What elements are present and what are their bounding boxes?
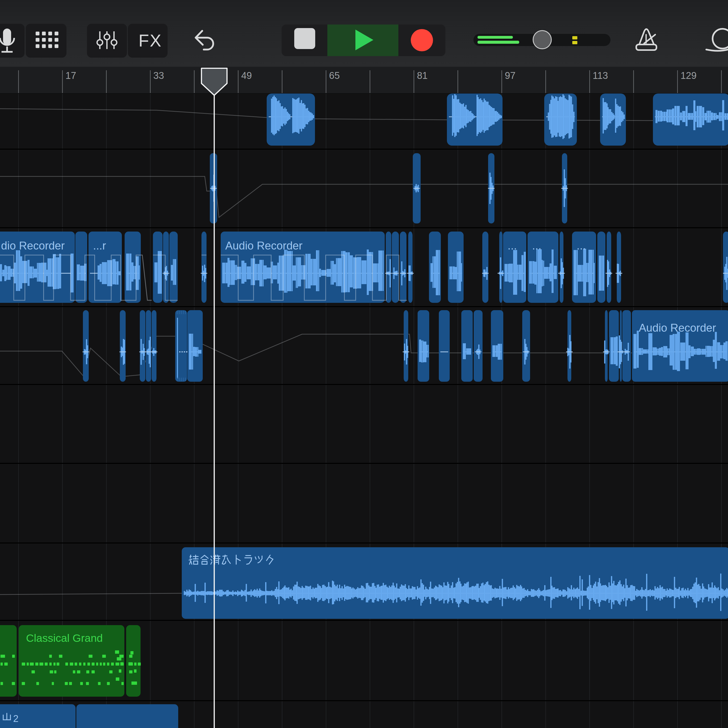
svg-text:Audio Recorder: Audio Recorder <box>225 239 303 252</box>
svg-text:97: 97 <box>505 70 515 81</box>
svg-text:33: 33 <box>153 70 164 81</box>
svg-text:129: 129 <box>681 70 696 81</box>
svg-text:81: 81 <box>417 70 427 81</box>
svg-text:...: ... <box>577 239 586 252</box>
svg-text:65: 65 <box>329 70 340 81</box>
svg-text:113: 113 <box>593 70 608 81</box>
svg-text:2: 2 <box>13 713 18 724</box>
svg-text:49: 49 <box>241 70 252 81</box>
svg-text:17: 17 <box>66 70 76 81</box>
svg-text:...: ... <box>532 239 541 252</box>
svg-text:...r: ...r <box>93 239 106 252</box>
svg-text:FX: FX <box>139 31 162 50</box>
svg-text:Audio Recorder: Audio Recorder <box>639 321 716 334</box>
svg-text:dio Recorder: dio Recorder <box>1 239 65 252</box>
svg-text:Classical Grand: Classical Grand <box>26 632 103 644</box>
svg-text:...: ... <box>508 239 517 252</box>
